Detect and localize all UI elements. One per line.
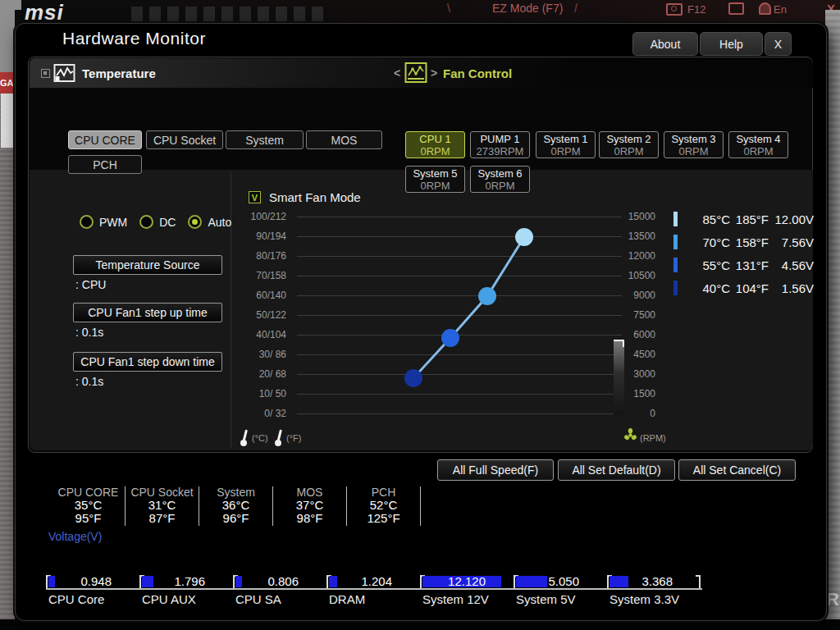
fan-name: System 5 (413, 167, 457, 180)
fan-setpoint-row: 70°C158°F7.56V (673, 233, 814, 251)
voltage-baseline (46, 588, 702, 590)
temperature-source-value: : CPU (75, 278, 106, 291)
all-set-cancel-button[interactable]: All Set Cancel(C) (678, 459, 796, 481)
step-up-time-button[interactable]: CPU Fan1 step up time (73, 303, 222, 322)
fan-duty-slider-handle[interactable] (614, 340, 624, 347)
left-axis-tick: 60/140 (235, 290, 286, 301)
right-axis-tick: 0 (627, 408, 655, 419)
fan-setpoint-row: 55°C131°F4.56V (673, 256, 814, 274)
voltage-value: 0.948 (49, 574, 112, 588)
left-axis-tick: 40/104 (235, 329, 286, 340)
fan-mode-pwm[interactable]: PWM (80, 215, 127, 229)
status-temp-celsius: 31°C (126, 499, 199, 512)
fan-curve-point-40c[interactable] (404, 369, 422, 387)
about-button[interactable]: About (632, 32, 698, 56)
all-full-speed-button[interactable]: All Full Speed(F) (437, 459, 554, 481)
f12-label[interactable]: F12 (687, 3, 705, 16)
temperature-tab-pch[interactable]: PCH (68, 155, 142, 174)
fan-rpm: 0RPM (485, 180, 514, 192)
fan-curve-point-85c[interactable] (515, 228, 533, 246)
bios-right-edge (825, 10, 840, 619)
ez-mode-button[interactable]: EZ Mode (F7) (492, 2, 563, 15)
language-button[interactable]: En (774, 3, 787, 16)
fan-prev-arrow[interactable]: < (394, 66, 400, 80)
temperature-tab-system[interactable]: System (226, 130, 304, 149)
step-down-time-value: : 0.1s (75, 375, 103, 388)
setpoint-celsius: 85°C (687, 212, 730, 226)
fan-button-system-3[interactable]: System 30RPM (664, 131, 724, 158)
bios-corner (0, 0, 21, 10)
smart-fan-checkbox[interactable]: V (249, 191, 261, 203)
thermometer-icon (274, 428, 284, 448)
all-set-default-button[interactable]: All Set Default(D) (558, 459, 675, 481)
hardware-monitor-dialog: Hardware Monitor About Help X Temperatur… (15, 23, 827, 621)
collapse-box-icon[interactable] (41, 69, 50, 78)
setpoint-color-marker (673, 281, 678, 295)
status-temp-pch: PCH52°C125°F (347, 486, 421, 526)
temperature-tab-cpu-socket[interactable]: CPU Socket (146, 130, 223, 149)
right-axis-tick: 10500 (627, 270, 655, 281)
fan-button-cpu-1[interactable]: CPU 10RPM (405, 131, 465, 158)
voltage-value: 0.806 (236, 574, 299, 588)
setpoint-voltage: 7.56V (769, 235, 814, 249)
fan-rpm: 0RPM (420, 180, 450, 192)
voltage-value: 5.050 (517, 574, 579, 588)
game-boost-dial-fragment (1, 94, 14, 148)
fan-button-pump-1[interactable]: PUMP 12739RPM (470, 131, 530, 158)
fan-name: CPU 1 (419, 133, 450, 145)
fan-name: System 2 (606, 133, 651, 145)
fan-setpoint-row: 40°C104°F1.56V (673, 279, 814, 297)
dialog-close-button[interactable]: X (765, 32, 792, 56)
status-temp-fahrenheit: 125°F (347, 512, 420, 525)
step-down-time-button[interactable]: CPU Fan1 step down time (73, 352, 222, 372)
status-temp-fahrenheit: 96°F (199, 512, 272, 525)
right-axis-tick: 6000 (627, 329, 655, 340)
right-axis-tick: 13500 (627, 231, 655, 242)
left-axis-tick: 20/ 68 (235, 368, 286, 380)
radio-icon (80, 215, 94, 229)
status-temp-celsius: 35°C (52, 499, 125, 512)
setpoint-voltage: 12.00V (769, 212, 814, 226)
favorites-icon[interactable] (728, 2, 744, 15)
fan-button-system-1[interactable]: System 10RPM (536, 131, 596, 158)
temperature-tab-cpu-core[interactable]: CPU CORE (68, 130, 142, 149)
status-temp-cpu-core: CPU CORE35°C95°F (52, 486, 126, 526)
panel-divider (231, 171, 231, 449)
fan-mode-dc[interactable]: DC (139, 215, 176, 229)
setpoint-fahrenheit: 131°F (730, 258, 769, 272)
decorative-slash: / (574, 2, 578, 15)
fan-button-system-2[interactable]: System 20RPM (599, 131, 659, 158)
right-axis-tick: 12000 (627, 250, 655, 262)
fahrenheit-axis-label: (°F) (286, 433, 301, 443)
fan-duty-slider[interactable] (614, 340, 624, 415)
fan-curve-point-55c[interactable] (441, 329, 459, 347)
status-temp-mos: MOS37°C98°F (273, 486, 347, 526)
left-axis-tick: 80/176 (235, 250, 286, 262)
fan-button-system-5[interactable]: System 50RPM (405, 166, 465, 193)
fan-curve-point-70c[interactable] (478, 287, 496, 305)
voltage-value: 12.120 (423, 574, 486, 588)
rpm-axis-label: (RPM) (640, 433, 666, 443)
left-axis-tick: 30/ 86 (235, 349, 286, 360)
help-button[interactable]: Help (700, 32, 763, 56)
voltage-label: System 12V (422, 592, 489, 606)
setpoint-color-marker (673, 212, 678, 226)
setpoint-fahrenheit: 185°F (730, 212, 769, 226)
voltage-label: System 3.3V (609, 592, 679, 606)
notification-icon[interactable] (759, 2, 771, 15)
setpoint-celsius: 55°C (687, 258, 730, 272)
voltage-label: System 5V (516, 592, 576, 606)
fan-button-system-6[interactable]: System 60RPM (470, 166, 530, 193)
temperature-tab-mos[interactable]: MOS (306, 130, 382, 149)
fan-next-arrow[interactable]: > (431, 66, 437, 80)
fan-mode-auto[interactable]: Auto (188, 215, 231, 229)
fan-name: System 6 (477, 167, 522, 180)
fan-rpm: 0RPM (678, 145, 708, 158)
temperature-source-button[interactable]: Temperature Source (73, 255, 222, 275)
bios-top-bar: msi \ EZ Mode (F7) / F12 En X (0, 0, 840, 23)
fan-button-system-4[interactable]: System 40RPM (728, 131, 788, 158)
voltage-label: CPU SA (235, 592, 281, 606)
screenshot-icon[interactable] (666, 3, 682, 16)
radio-icon (139, 215, 153, 229)
setpoint-voltage: 4.56V (769, 258, 814, 272)
